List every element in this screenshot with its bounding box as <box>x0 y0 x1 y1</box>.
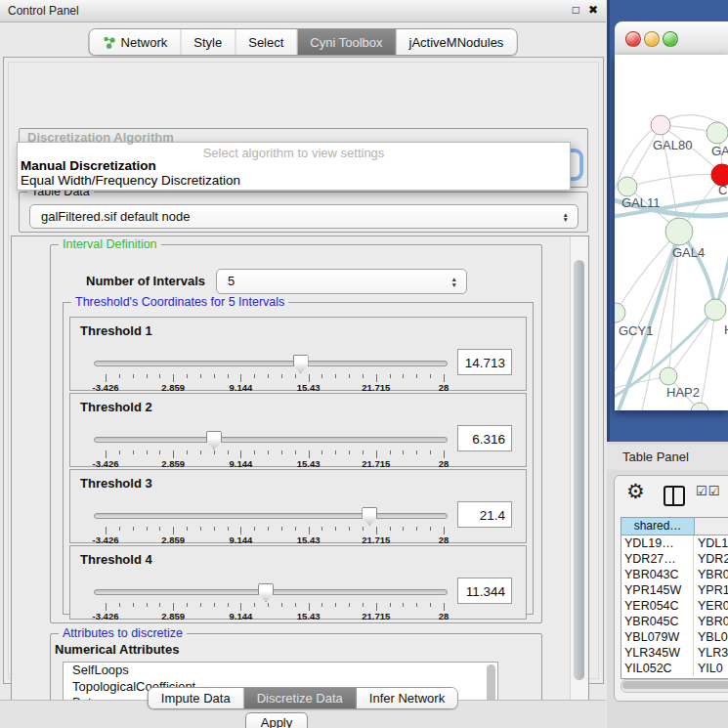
table-row[interactable]: YPR145WYPR1 <box>621 582 728 598</box>
table-row[interactable]: YBL079WYBL0 <box>621 629 728 645</box>
threshold-value-field[interactable]: 6.316 <box>457 425 512 451</box>
tab-impute-data[interactable]: Impute Data <box>149 688 244 708</box>
column-header-name[interactable]: n <box>695 518 728 535</box>
tab-label: Style <box>193 35 222 50</box>
cell-name: YER0 <box>694 598 728 614</box>
slider-track[interactable] <box>94 361 448 366</box>
number-of-intervals-spinner[interactable]: 5 ▲▼ <box>216 269 467 294</box>
network-node-hap2[interactable] <box>660 367 677 385</box>
column-header-shared[interactable]: shared… <box>621 518 695 535</box>
table-row[interactable]: YLR345WYLR3 <box>621 645 728 661</box>
tab-jactivemnodules[interactable]: jActiveMNodules <box>397 29 517 55</box>
scrollbar-thumb[interactable] <box>574 260 584 680</box>
table-data-combobox[interactable]: galFiltered.sif default node ▲▼ <box>29 204 578 229</box>
slider-ticks <box>106 603 444 611</box>
threshold-value-field[interactable]: 11.344 <box>457 578 512 604</box>
tab-cyni-toolbox[interactable]: Cyni Toolbox <box>297 29 396 55</box>
column-layout-icon[interactable] <box>664 486 685 506</box>
threshold-slider-1[interactable]: -3.4262.8599.14415.4321.71528 <box>94 353 446 388</box>
tab-style[interactable]: Style <box>181 29 236 55</box>
table-row[interactable]: YIL052CYIL0 <box>621 661 728 676</box>
bottom-tab-bar: Impute DataDiscretize DataInfer Network <box>148 687 458 709</box>
node-label: GAL80 <box>653 138 692 152</box>
tick-label: 15.43 <box>297 535 321 545</box>
tick-label: 2.859 <box>161 611 185 621</box>
tab-infer-network[interactable]: Infer Network <box>357 688 457 708</box>
node-label: GAL11 <box>621 195 661 210</box>
hscroll-thumb[interactable] <box>622 681 728 689</box>
threshold-slider-4[interactable]: -3.4262.8599.14415.4321.71528 <box>94 581 446 617</box>
gear-icon[interactable]: ⚙ <box>626 480 645 503</box>
cell-shared-name: YDR27… <box>621 551 694 567</box>
network-canvas[interactable]: GAL80GACGAL11GAL4GCY1HHAP2 <box>615 55 728 410</box>
window-title: Control Panel <box>8 0 79 21</box>
tab-label: Discretize Data <box>257 691 343 706</box>
float-window-icon[interactable]: □ <box>573 3 579 17</box>
settings-vertical-scrollbar[interactable] <box>570 236 588 709</box>
tab-select[interactable]: Select <box>236 29 297 55</box>
threshold-value-field[interactable]: 21.4 <box>457 501 512 528</box>
table-row[interactable]: YBR045CYBR0 <box>621 614 728 629</box>
table-row[interactable]: YDL19…YDL1 <box>621 535 728 551</box>
algorithm-option-manual[interactable]: Manual Discretization <box>21 158 156 173</box>
threshold-slider-2[interactable]: -3.4262.8599.14415.4321.71528 <box>94 429 446 464</box>
control-panel-window: Control Panel □ ✖ NetworkStyleSelectCyni… <box>0 0 606 728</box>
slider-thumb[interactable] <box>293 355 309 373</box>
threshold-label: Threshold 2 <box>80 400 152 414</box>
network-node-gal80[interactable] <box>651 115 670 135</box>
slider-thumb[interactable] <box>206 431 222 450</box>
slider-tick-labels: -3.4262.8599.14415.4321.71528 <box>106 458 444 468</box>
algorithm-option-equal-width[interactable]: Equal Width/Frequency Discretization <box>21 173 240 188</box>
network-node-h[interactable] <box>705 299 726 321</box>
table-row[interactable]: YDR27…YDR2 <box>621 551 728 567</box>
thresholds-group: Threshold's Coordinates for 5 Intervals … <box>63 302 534 615</box>
tab-discretize-data[interactable]: Discretize Data <box>244 688 357 708</box>
slider-track[interactable] <box>94 513 448 519</box>
table-header-row: shared… n <box>621 518 728 535</box>
tick-label: 9.144 <box>230 611 253 621</box>
close-window-icon[interactable]: ✖ <box>588 3 598 17</box>
network-node-ga[interactable] <box>707 122 728 144</box>
tick-label: 21.715 <box>362 458 390 469</box>
threshold-panel-4: Threshold 4-3.4262.8599.14415.4321.71528… <box>69 545 527 620</box>
network-edge <box>715 236 728 310</box>
threshold-slider-3[interactable]: -3.4262.8599.14415.4321.71528 <box>94 505 446 540</box>
table-rows: YDL19…YDL1YDR27…YDR2YBR043CYBR0YPR145WYP… <box>621 535 728 676</box>
slider-thumb[interactable] <box>258 583 274 602</box>
slider-tick-labels: -3.4262.8599.14415.4321.71528 <box>106 382 444 392</box>
table-row[interactable]: YER054CYER0 <box>621 598 728 614</box>
cell-shared-name: YIL052C <box>621 661 694 676</box>
tick-label: 15.43 <box>297 611 321 621</box>
cell-name: YPR1 <box>694 582 728 598</box>
network-node-gcy1[interactable] <box>615 303 625 322</box>
node-attribute-table[interactable]: shared… n YDL19…YDL1YDR27…YDR2YBR043CYBR… <box>621 517 728 679</box>
tab-label: Cyni Toolbox <box>310 35 382 50</box>
network-node-gal11[interactable] <box>618 177 637 196</box>
threshold-panels: Threshold 1-3.4262.8599.14415.4321.71528… <box>69 317 527 621</box>
apply-button[interactable]: Apply <box>245 712 308 728</box>
slider-track[interactable] <box>94 437 448 443</box>
threshold-value-field[interactable]: 14.713 <box>457 349 512 375</box>
checkbox-icons[interactable]: ☑☑ <box>696 484 720 498</box>
cell-shared-name: YLR345W <box>621 645 694 661</box>
node-label: GA <box>711 144 728 158</box>
table-data-group: Table Data galFiltered.sif default node … <box>19 192 588 233</box>
attribute-item-selfloops[interactable]: SelfLoops <box>64 663 497 679</box>
tick-label: 2.859 <box>161 458 185 469</box>
threshold-panel-1: Threshold 1-3.4262.8599.14415.4321.71528… <box>69 317 527 391</box>
right-pane: GAL80GACGAL11GAL4GCY1HHAP2 Table Panel ⚙… <box>607 0 728 728</box>
minimize-button[interactable] <box>644 31 660 47</box>
tick-label: 15.43 <box>297 458 321 469</box>
slider-thumb[interactable] <box>362 507 377 526</box>
cell-shared-name: YER054C <box>621 598 694 614</box>
tab-network[interactable]: Network <box>90 29 182 55</box>
zoom-button[interactable] <box>663 31 678 47</box>
numerical-attributes-label: Numerical Attributes <box>52 642 182 657</box>
cell-shared-name: YBL079W <box>621 629 694 645</box>
cell-name: YBL0 <box>694 629 728 645</box>
close-button[interactable] <box>625 31 641 47</box>
tick-label: 28 <box>439 611 450 621</box>
table-horizontal-scrollbar[interactable] <box>621 679 728 693</box>
table-row[interactable]: YBR043CYBR0 <box>621 567 728 582</box>
network-node-gal4[interactable] <box>665 218 693 245</box>
